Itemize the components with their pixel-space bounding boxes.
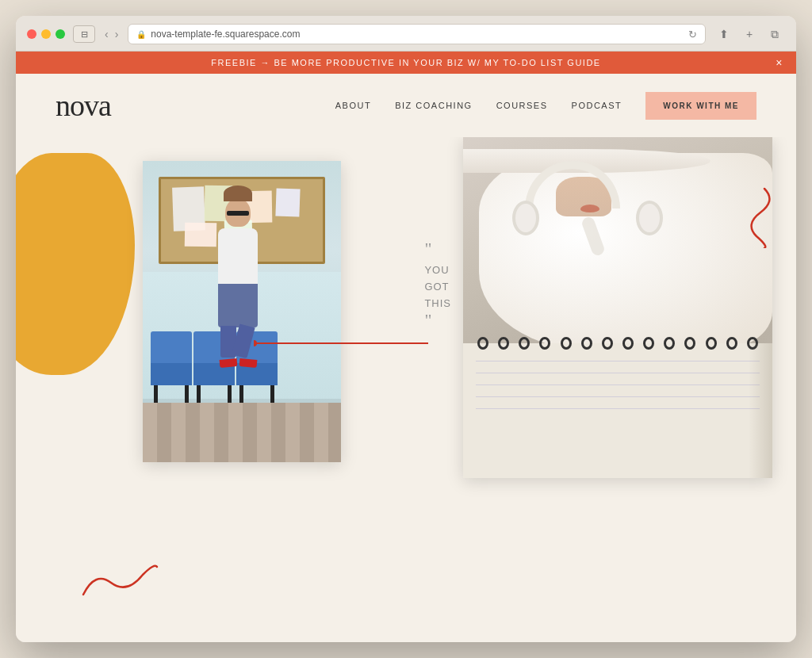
svg-point-1	[254, 340, 257, 346]
right-photo	[463, 137, 772, 478]
nav-podcast[interactable]: PODCAST	[572, 101, 622, 110]
tabs-button[interactable]: ⧉	[764, 25, 785, 43]
yellow-blob-decoration	[16, 153, 135, 375]
forward-arrow[interactable]: ›	[113, 28, 121, 40]
nav-biz-coaching[interactable]: BIZ COACHING	[395, 101, 472, 110]
website: FREEBIE → BE MORE PRODUCTIVE IN YOUR BIZ…	[16, 52, 796, 642]
quote-open: "	[424, 240, 451, 258]
quote-close: "	[424, 312, 451, 329]
left-photo	[143, 161, 341, 462]
quote-line-1: YOU GOT THIS	[424, 262, 451, 312]
quote-area: " YOU GOT THIS "	[424, 240, 451, 334]
nav-about[interactable]: ABOUT	[335, 101, 371, 110]
address-bar[interactable]: 🔒 nova-template-fe.squarespace.com ↻	[128, 24, 706, 44]
main-content: " YOU GOT THIS "	[16, 137, 796, 642]
url-text: nova-template-fe.squarespace.com	[151, 29, 300, 40]
browser-window: ⊟ ‹ › 🔒 nova-template-fe.squarespace.com…	[16, 16, 796, 642]
share-button[interactable]: ⬆	[714, 25, 734, 43]
lock-icon: 🔒	[136, 30, 146, 39]
red-squiggle-top	[733, 185, 780, 248]
new-tab-button[interactable]: +	[739, 25, 760, 43]
minimize-button[interactable]	[41, 29, 51, 39]
main-nav: nova ABOUT BIZ COACHING COURSES PODCAST …	[16, 74, 796, 137]
promo-banner: FREEBIE → BE MORE PRODUCTIVE IN YOUR BIZ…	[16, 52, 796, 74]
nav-arrows: ‹ ›	[103, 28, 120, 40]
refresh-icon[interactable]: ↻	[688, 29, 697, 40]
browser-actions: ⬆ + ⧉	[714, 25, 785, 43]
red-connector-line	[254, 327, 428, 359]
close-button[interactable]	[27, 29, 36, 39]
work-with-me-button[interactable]: WORK WITH ME	[645, 92, 756, 120]
fullscreen-button[interactable]	[56, 29, 65, 39]
back-arrow[interactable]: ‹	[103, 28, 110, 40]
banner-text: FREEBIE → BE MORE PRODUCTIVE IN YOUR BIZ…	[211, 58, 600, 67]
traffic-lights	[27, 29, 65, 39]
nav-courses[interactable]: COURSES	[496, 101, 548, 110]
site-logo[interactable]: nova	[56, 88, 111, 123]
banner-close-button[interactable]: ×	[776, 56, 783, 69]
sidebar-toggle[interactable]: ⊟	[73, 25, 95, 43]
nav-links: ABOUT BIZ COACHING COURSES PODCAST WORK …	[335, 92, 756, 120]
red-squiggle-bottom	[79, 555, 159, 603]
browser-chrome: ⊟ ‹ › 🔒 nova-template-fe.squarespace.com…	[16, 16, 796, 52]
